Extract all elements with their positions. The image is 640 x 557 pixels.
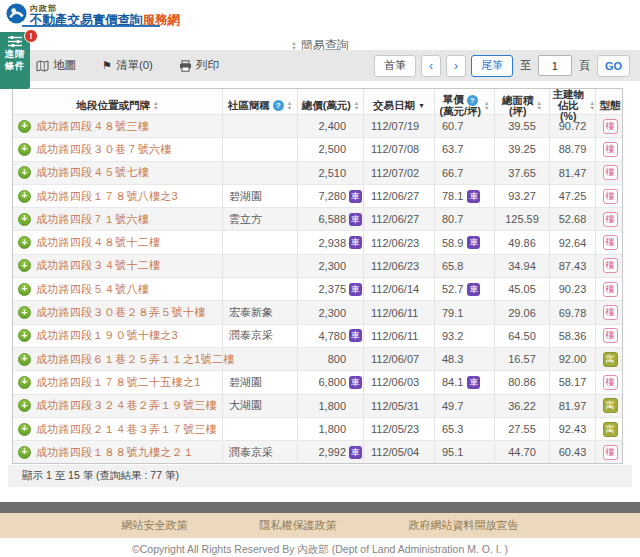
list-button[interactable]: ⚑ 清單(0) bbox=[102, 58, 153, 73]
goto-label: 至 bbox=[520, 58, 531, 73]
table-row: +成功路四段３０巷２８弄５號十樓宏泰新象2,300112/06/1179.129… bbox=[13, 300, 622, 323]
address-link[interactable]: 成功路四段３０巷２８弄５號十樓 bbox=[36, 305, 206, 320]
table-row: +成功路四段３２４巷２弄１９號三樓大湖園1,800112/05/3149.736… bbox=[13, 394, 622, 417]
expand-row-button[interactable]: + bbox=[18, 283, 31, 296]
total-area-cell: 39.55 bbox=[495, 115, 550, 137]
open-data-declaration-link[interactable]: 政府網站資料開放宣告 bbox=[409, 518, 519, 533]
total-price-cell: 1,800 bbox=[298, 395, 364, 417]
location-cell: +成功路四段４８號十二樓 bbox=[13, 231, 223, 253]
address-link[interactable]: 成功路四段７１號六樓 bbox=[36, 212, 149, 227]
expand-row-button[interactable]: + bbox=[18, 399, 31, 412]
header-divider bbox=[22, 25, 160, 27]
expand-row-button[interactable]: + bbox=[18, 306, 31, 319]
address-link[interactable]: 成功路四段３０巷７號六樓 bbox=[36, 142, 172, 157]
expand-row-button[interactable]: + bbox=[18, 423, 31, 436]
total-price-cell: 2,300 bbox=[298, 301, 364, 323]
transaction-date-cell: 112/05/23 bbox=[364, 418, 435, 440]
total-price-cell: 1,800 bbox=[298, 418, 364, 440]
expand-row-button[interactable]: + bbox=[18, 120, 31, 133]
address-link[interactable]: 成功路四段５４號八樓 bbox=[36, 282, 149, 297]
address-link[interactable]: 成功路四段１９０號十樓之3 bbox=[36, 328, 178, 343]
type-cell: 樓 bbox=[596, 185, 624, 207]
main-building-ratio-cell: 60.43 bbox=[550, 441, 596, 463]
sliders-icon bbox=[7, 35, 23, 48]
address-link[interactable]: 成功路四段４８號十二樓 bbox=[36, 235, 160, 250]
unit-price-value: 65.8 bbox=[442, 260, 463, 272]
sort-icon[interactable]: ▲▼ bbox=[484, 101, 489, 110]
toolbar: 地圖 ⚑ 清單(0) 列印 bbox=[36, 50, 219, 81]
address-link[interactable]: 成功路四段６１巷２５弄１１之1號二樓 bbox=[36, 352, 235, 367]
unit-price-value: 66.7 bbox=[442, 167, 463, 179]
sort-icon[interactable]: ▲▼ bbox=[537, 101, 542, 110]
map-button[interactable]: 地圖 bbox=[36, 58, 76, 73]
address-link[interactable]: 成功路四段４８號三樓 bbox=[36, 119, 149, 134]
expand-row-button[interactable]: + bbox=[18, 143, 31, 156]
page-number-input[interactable] bbox=[538, 55, 572, 76]
type-badge: 寓 bbox=[603, 398, 618, 413]
total-price-cell: 2,510 bbox=[298, 162, 364, 184]
result-summary-text: 顯示 1 至 15 筆 (查詢結果 : 77 筆) bbox=[22, 469, 179, 483]
community-cell bbox=[223, 138, 298, 160]
unit-price-value: 48.3 bbox=[442, 353, 463, 365]
first-page-button[interactable]: 首筆 bbox=[374, 55, 416, 77]
address-link[interactable]: 成功路四段１７８號八樓之3 bbox=[36, 189, 178, 204]
security-policy-link[interactable]: 網站安全政策 bbox=[122, 518, 188, 533]
sort-icon[interactable]: ▲▼ bbox=[153, 101, 158, 110]
parking-badge: 車 bbox=[349, 213, 362, 226]
sort-icon[interactable]: ▲▼ bbox=[354, 101, 359, 110]
expand-row-button[interactable]: + bbox=[18, 190, 31, 203]
table-row: +成功路四段４８號三樓2,400112/07/1960.739.5590.72樓 bbox=[13, 114, 622, 137]
community-cell: 碧湖園 bbox=[223, 371, 298, 393]
expand-row-button[interactable]: + bbox=[18, 329, 31, 342]
type-badge: 樓 bbox=[603, 142, 618, 157]
sort-desc-icon[interactable]: ▼ bbox=[418, 102, 425, 109]
go-button[interactable]: GO bbox=[597, 55, 630, 77]
location-cell: +成功路四段３０巷７號六樓 bbox=[13, 138, 223, 160]
type-badge: 樓 bbox=[603, 212, 618, 227]
sort-icon[interactable]: ▲▼ bbox=[590, 101, 595, 110]
main-building-ratio-cell: 58.17 bbox=[550, 371, 596, 393]
expand-row-button[interactable]: + bbox=[18, 353, 31, 366]
address-link[interactable]: 成功路四段１８８號九樓之２１ bbox=[36, 445, 194, 460]
print-button-label: 列印 bbox=[196, 58, 219, 73]
total-area-cell: 34.94 bbox=[495, 255, 550, 277]
expand-row-button[interactable]: + bbox=[18, 376, 31, 389]
type-cell: 寓 bbox=[596, 418, 624, 440]
map-button-label: 地圖 bbox=[53, 58, 76, 73]
location-cell: +成功路四段６１巷２５弄１１之1號二樓 bbox=[13, 348, 223, 370]
community-cell bbox=[223, 278, 298, 300]
prev-page-button[interactable]: ‹ bbox=[421, 55, 441, 77]
address-link[interactable]: 成功路四段３４號十二樓 bbox=[36, 258, 160, 273]
site-logo: 內政部 不動產交易實價查詢服務網 bbox=[6, 3, 180, 27]
unit-price-cell: 48.3 bbox=[435, 348, 495, 370]
next-page-button[interactable]: › bbox=[446, 55, 466, 77]
address-link[interactable]: 成功路四段４５號七樓 bbox=[36, 165, 149, 180]
footer-links: 網站安全政策 隱私權保護政策 政府網站資料開放宣告 bbox=[0, 513, 640, 538]
print-button[interactable]: 列印 bbox=[179, 58, 219, 73]
total-price-value: 2,300 bbox=[298, 260, 346, 272]
expand-row-button[interactable]: + bbox=[18, 259, 31, 272]
expand-row-button[interactable]: + bbox=[18, 446, 31, 459]
site-header: 內政部 不動產交易實價查詢服務網 bbox=[0, 0, 640, 27]
collapse-toggle-icon: ▲▼ bbox=[291, 41, 296, 50]
type-cell: 樓 bbox=[596, 371, 624, 393]
main-building-ratio-cell: 90.72 bbox=[550, 115, 596, 137]
expand-row-button[interactable]: + bbox=[18, 213, 31, 226]
help-icon[interactable]: ? bbox=[273, 100, 284, 111]
address-link[interactable]: 成功路四段２１４巷３弄１７號三樓 bbox=[36, 422, 217, 437]
sort-icon[interactable]: ▲▼ bbox=[287, 101, 292, 110]
location-cell: +成功路四段３４號十二樓 bbox=[13, 255, 223, 277]
expand-row-button[interactable]: + bbox=[18, 166, 31, 179]
community-cell bbox=[223, 418, 298, 440]
community-cell bbox=[223, 348, 298, 370]
community-cell: 大湖園 bbox=[223, 395, 298, 417]
last-page-button[interactable]: 尾筆 bbox=[471, 55, 513, 77]
expand-row-button[interactable]: + bbox=[18, 236, 31, 249]
type-cell: 樓 bbox=[596, 115, 624, 137]
address-link[interactable]: 成功路四段１７８號二十五樓之1 bbox=[36, 375, 201, 390]
printer-icon bbox=[179, 60, 192, 72]
address-link[interactable]: 成功路四段３２４巷２弄１９號三樓 bbox=[36, 398, 217, 413]
transaction-date-cell: 112/06/27 bbox=[364, 208, 435, 230]
location-cell: +成功路四段１９０號十樓之3 bbox=[13, 325, 223, 347]
privacy-policy-link[interactable]: 隱私權保護政策 bbox=[260, 518, 337, 533]
